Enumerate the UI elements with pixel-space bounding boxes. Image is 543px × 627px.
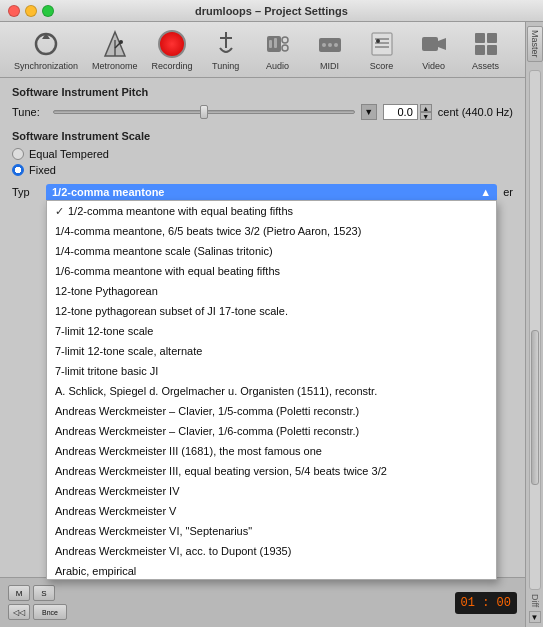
dropdown-item-18[interactable]: Arabic, empirical: [47, 561, 496, 580]
dropdown-item-label-7: 7-limit 12-tone scale, alternate: [55, 345, 202, 357]
metronome-icon: [99, 28, 131, 60]
tune-decrement[interactable]: ▼: [420, 112, 432, 120]
svg-rect-26: [475, 45, 485, 55]
transport-controls: M S ◁◁ Bnce: [8, 585, 67, 620]
audio-icon: [262, 28, 294, 60]
type-dropdown-selected[interactable]: 1/2-comma meantone ▲: [46, 184, 497, 200]
score-icon: [366, 28, 398, 60]
dropdown-item-16[interactable]: Andreas Werckmeister VI, "Septenarius": [47, 521, 496, 541]
score-label: Score: [370, 61, 394, 71]
window-title: drumloops – Project Settings: [195, 5, 348, 17]
scrollbar-thumb[interactable]: [531, 330, 539, 485]
dropdown-item-13[interactable]: Andreas Werckmeister III, equal beating …: [47, 461, 496, 481]
tune-value-input[interactable]: [383, 104, 418, 120]
toolbar-video[interactable]: Video: [409, 26, 459, 73]
tune-slider[interactable]: [53, 110, 355, 114]
bounce-button[interactable]: Bnce: [33, 604, 67, 620]
svg-point-5: [119, 40, 123, 44]
toolbar-metronome[interactable]: Metronome: [86, 26, 144, 73]
dropdown-item-label-17: Andreas Werckmeister VI, acc. to Dupont …: [55, 545, 291, 557]
dropdown-item-11[interactable]: Andreas Werckmeister – Clavier, 1/6-comm…: [47, 421, 496, 441]
toolbar-score[interactable]: Score: [357, 26, 407, 73]
svg-point-11: [282, 37, 288, 43]
s-button[interactable]: S: [33, 585, 55, 601]
title-bar: drumloops – Project Settings: [0, 0, 543, 22]
rewind-button[interactable]: ◁◁: [8, 604, 30, 620]
fixed-row[interactable]: Fixed: [12, 164, 513, 176]
scroll-down-arrow[interactable]: ▼: [529, 611, 541, 623]
fixed-radio[interactable]: [12, 164, 24, 176]
right-scrollbar[interactable]: [529, 70, 541, 590]
toolbar: Synchronization Metronome Recording: [0, 22, 543, 78]
toolbar-audio[interactable]: Audio: [253, 26, 303, 73]
tune-dropdown[interactable]: ▼: [361, 104, 377, 120]
type-dropdown-container: 1/2-comma meantone ▲ ✓ 1/2-comma meanton…: [46, 184, 497, 200]
dropdown-item-3[interactable]: 1/6-comma meantone with equal beating fi…: [47, 261, 496, 281]
slider-thumb[interactable]: [200, 105, 208, 119]
dropdown-item-9[interactable]: A. Schlick, Spiegel d. Orgelmacher u. Or…: [47, 381, 496, 401]
dropdown-item-14[interactable]: Andreas Werckmeister IV: [47, 481, 496, 501]
dropdown-item-7[interactable]: 7-limit 12-tone scale, alternate: [47, 341, 496, 361]
dropdown-item-5[interactable]: 12-tone pythagorean subset of JI 17-tone…: [47, 301, 496, 321]
dropdown-item-6[interactable]: 7-limit 12-tone scale: [47, 321, 496, 341]
midi-icon: [314, 28, 346, 60]
dropdown-item-4[interactable]: 12-tone Pythagorean: [47, 281, 496, 301]
tune-value-box: ▲ ▼: [383, 104, 432, 120]
tune-label: Tune:: [12, 106, 47, 118]
check-icon: ✓: [55, 203, 64, 219]
window-controls: [8, 5, 54, 17]
svg-marker-23: [438, 38, 446, 50]
toolbar-synchronization[interactable]: Synchronization: [8, 26, 84, 73]
minimize-button[interactable]: [25, 5, 37, 17]
svg-rect-24: [475, 33, 485, 43]
dropdown-item-12[interactable]: Andreas Werckmeister III (1681), the mos…: [47, 441, 496, 461]
maximize-button[interactable]: [42, 5, 54, 17]
dropdown-item-17[interactable]: Andreas Werckmeister VI, acc. to Dupont …: [47, 541, 496, 561]
dropdown-item-label-2: 1/4-comma meantone scale (Salinas triton…: [55, 245, 273, 257]
tune-unit: cent (440.0 Hz): [438, 106, 513, 118]
svg-point-15: [328, 43, 332, 47]
dropdown-item-0[interactable]: ✓ 1/2-comma meantone with equal beating …: [47, 201, 496, 221]
dropdown-item-label-11: Andreas Werckmeister – Clavier, 1/6-comm…: [55, 425, 359, 437]
dropdown-item-label-4: 12-tone Pythagorean: [55, 285, 158, 297]
dropdown-item-8[interactable]: 7-limit tritone basic JI: [47, 361, 496, 381]
transport-row-2: ◁◁ Bnce: [8, 604, 67, 620]
assets-label: Assets: [472, 61, 499, 71]
transport-row-1: M S: [8, 585, 67, 601]
dropdown-item-label-15: Andreas Werckmeister V: [55, 505, 176, 517]
dropdown-item-label-8: 7-limit tritone basic JI: [55, 365, 158, 377]
dropdown-item-label-12: Andreas Werckmeister III (1681), the mos…: [55, 445, 322, 457]
equal-tempered-radio[interactable]: [12, 148, 24, 160]
tuning-label: Tuning: [212, 61, 239, 71]
svg-rect-9: [269, 40, 272, 48]
metronome-label: Metronome: [92, 61, 138, 71]
dropdown-item-label-9: A. Schlick, Spiegel d. Orgelmacher u. Or…: [55, 385, 377, 397]
dropdown-item-10[interactable]: Andreas Werckmeister – Clavier, 1/5-comm…: [47, 401, 496, 421]
m-button[interactable]: M: [8, 585, 30, 601]
dropdown-item-label-13: Andreas Werckmeister III, equal beating …: [55, 465, 387, 477]
tune-row: Tune: ▼ ▲ ▼ cent (440.0 Hz): [12, 104, 513, 120]
close-button[interactable]: [8, 5, 20, 17]
diff-label: Diff: [530, 594, 540, 607]
toolbar-assets[interactable]: Assets: [461, 26, 511, 73]
dropdown-item-label-14: Andreas Werckmeister IV: [55, 485, 180, 497]
scale-section-title: Software Instrument Scale: [12, 130, 513, 142]
assets-icon: [470, 28, 502, 60]
tuning-icon: [210, 28, 242, 60]
time-display: 01 : 00: [455, 592, 517, 614]
toolbar-tuning[interactable]: Tuning: [201, 26, 251, 73]
toolbar-recording[interactable]: Recording: [146, 26, 199, 73]
toolbar-midi[interactable]: MIDI: [305, 26, 355, 73]
dropdown-item-1[interactable]: 1/4-comma meantone, 6/5 beats twice 3/2 …: [47, 221, 496, 241]
dropdown-item-15[interactable]: Andreas Werckmeister V: [47, 501, 496, 521]
dropdown-item-label-16: Andreas Werckmeister VI, "Septenarius": [55, 525, 252, 537]
video-label: Video: [422, 61, 445, 71]
svg-point-14: [322, 43, 326, 47]
tune-increment[interactable]: ▲: [420, 104, 432, 112]
equal-tempered-row[interactable]: Equal Tempered: [12, 148, 513, 160]
scale-section: Equal Tempered Fixed: [12, 148, 513, 176]
master-button[interactable]: Master: [527, 26, 543, 62]
svg-rect-10: [274, 38, 277, 48]
svg-rect-27: [487, 45, 497, 55]
dropdown-item-2[interactable]: 1/4-comma meantone scale (Salinas triton…: [47, 241, 496, 261]
